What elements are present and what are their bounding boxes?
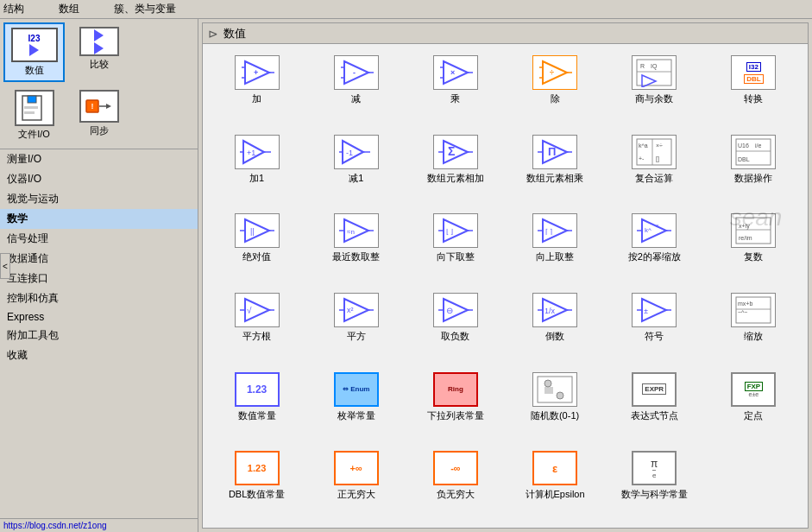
palette-item-quotrem[interactable]: R IQ 商与余数 xyxy=(607,51,702,125)
palette-item-scale[interactable]: mx+b ~^~ 缩放 xyxy=(707,288,801,363)
floor-icon: ⌊ ⌋ xyxy=(433,213,478,248)
sidebar-item-instrument-io[interactable]: 仪器I/O xyxy=(0,169,198,189)
palette-item-compound[interactable]: k^a ×÷ +- [] 复合运算 xyxy=(607,130,702,205)
svg-text:+1: +1 xyxy=(247,149,255,157)
posinf-icon: +∞ xyxy=(334,451,379,485)
sidebar-item-signal[interactable]: 信号处理 xyxy=(0,229,198,249)
svg-text:×÷: ×÷ xyxy=(656,142,663,149)
abs-icon: || xyxy=(235,213,280,248)
url-bar: https://blog.csdn.net/z1ong xyxy=(0,518,198,532)
ceil-icon: ⌈ ⌉ xyxy=(532,213,577,248)
palette-item-sqrt[interactable]: √ 平方根 xyxy=(210,288,304,363)
svg-text:||: || xyxy=(250,227,255,236)
recip-icon: 1/x xyxy=(532,293,577,327)
div-label: 除 xyxy=(551,92,560,105)
palette-item-data-manip[interactable]: U16 i/e DBL 数据操作 xyxy=(707,130,801,205)
palette-item-dec[interactable]: -1 减1 xyxy=(309,130,403,205)
neg-icon: ⊖ xyxy=(433,293,478,327)
svg-text:-: - xyxy=(353,68,356,77)
sidebar-item-favorites[interactable]: 收藏 xyxy=(0,345,198,365)
div-icon: ÷ xyxy=(532,55,577,90)
svg-marker-60 xyxy=(245,219,269,242)
round-icon: ≈n xyxy=(334,213,379,248)
palette-item-recip[interactable]: 1/x 倒数 xyxy=(507,288,601,363)
square-label: 平方 xyxy=(347,330,366,343)
palette-item-sign[interactable]: ± 符号 xyxy=(607,288,702,363)
fileio-icon-box xyxy=(15,90,54,126)
palette-item-array-add[interactable]: Σ 数组元素相加 xyxy=(408,130,502,205)
svg-text:~^~: ~^~ xyxy=(738,309,747,315)
palette-item-expr[interactable]: EXPR 表达式节点 xyxy=(607,368,702,442)
icon-cell-sync[interactable]: ! 同步 xyxy=(68,86,129,145)
palette-item-complex[interactable]: x+iy re/im 复数 xyxy=(707,209,801,283)
top-bar-class[interactable]: 簇、类与变量 xyxy=(114,2,176,16)
palette-item-ceil[interactable]: ⌈ ⌉ 向上取整 xyxy=(507,209,601,283)
sidebar-item-math[interactable]: 数学 xyxy=(0,209,198,229)
icon-cell-numeric[interactable]: I23 数值 xyxy=(3,22,65,82)
svg-text:+-: +- xyxy=(639,155,645,162)
palette-item-sub[interactable]: - 减 xyxy=(309,51,403,125)
palette-item-scale2[interactable]: k^ e 按2的幂缩放 xyxy=(607,209,702,283)
svg-text:x+iy: x+iy xyxy=(739,223,750,230)
palette-item-random[interactable]: 随机数(0-1) xyxy=(507,368,601,442)
main-content: I23 数值 xyxy=(0,19,812,532)
top-bar-array[interactable]: 数组 xyxy=(59,2,79,16)
posinf-label: 正无穷大 xyxy=(337,488,375,501)
compound-label: 复合运算 xyxy=(635,172,673,185)
svg-rect-2 xyxy=(24,106,38,109)
palette-item-fixedpoint[interactable]: FXP e±e 定点 xyxy=(707,368,801,442)
sidebar-item-data-comm[interactable]: 数据通信 xyxy=(0,249,198,269)
icon-cell-compare[interactable]: 比较 xyxy=(68,22,129,82)
sidebar-item-vision-motion[interactable]: 视觉与运动 xyxy=(0,189,198,209)
palette-item-square[interactable]: x² 平方 xyxy=(309,288,403,363)
palette-item-neg[interactable]: ⊖ 取负数 xyxy=(408,288,502,363)
palette-item-numconst[interactable]: 1.23 数值常量 xyxy=(210,368,304,442)
array-mul-icon: Π xyxy=(532,135,577,169)
svg-text:Σ: Σ xyxy=(448,144,455,158)
sidebar-item-express[interactable]: Express xyxy=(0,308,198,326)
palette-item-round[interactable]: ≈n 最近数取整 xyxy=(309,209,403,283)
svg-text:⌈ ⌉: ⌈ ⌉ xyxy=(545,228,552,236)
sidebar-list: 测量I/O 仪器I/O 视觉与运动 数学 信号处理 数据通信 互连接口 控制和仿… xyxy=(0,149,198,518)
sqrt-icon: √ xyxy=(235,293,280,327)
inc-icon: +1 xyxy=(235,135,280,169)
quotrem-label: 商与余数 xyxy=(635,92,673,105)
pin-icon[interactable]: ⊳ xyxy=(208,27,218,41)
quotrem-icon: R IQ xyxy=(632,55,677,90)
svg-text:-1: -1 xyxy=(346,149,353,157)
svg-text:≈n: ≈n xyxy=(347,228,355,236)
palette-item-enumconst[interactable]: ⇔ Enum 枚举常量 xyxy=(309,368,403,442)
inc-label: 加1 xyxy=(249,172,264,185)
palette-item-convert[interactable]: I32 DBL 转换 xyxy=(707,51,801,125)
sidebar-item-control-sim[interactable]: 控制和仿真 xyxy=(0,288,198,308)
palette-item-dblconst[interactable]: 1.23 DBL数值常量 xyxy=(210,446,304,521)
palette-item-posinf[interactable]: +∞ 正无穷大 xyxy=(309,446,403,521)
mul-icon: × xyxy=(433,55,478,90)
palette-item-div[interactable]: ÷ 除 xyxy=(507,51,601,125)
palette-item-add[interactable]: + 加 xyxy=(210,51,304,125)
palette-item-neginf[interactable]: -∞ 负无穷大 xyxy=(408,446,502,521)
palette-item-ringconst[interactable]: Ring 下拉列表常量 xyxy=(408,368,502,442)
data-manip-label: 数据操作 xyxy=(734,172,772,185)
palette-item-epsilon[interactable]: ε 计算机Epsilon xyxy=(507,446,601,521)
palette-item-mul[interactable]: × 乘 xyxy=(408,51,502,125)
icon-cell-fileio[interactable]: 文件I/O xyxy=(3,86,65,145)
sidebar-item-measure-io[interactable]: 测量I/O xyxy=(0,149,198,169)
svg-text:Π: Π xyxy=(548,145,556,158)
palette-item-inc[interactable]: +1 加1 xyxy=(210,130,304,205)
palette-title: 数值 xyxy=(223,26,246,41)
collapse-button[interactable]: < xyxy=(0,253,10,279)
palette-item-abs[interactable]: || 绝对值 xyxy=(210,209,304,283)
sidebar-item-interconnect[interactable]: 互连接口 xyxy=(0,269,198,288)
palette-item-array-mul[interactable]: Π 数组元素相乘 xyxy=(507,130,601,205)
fixedpoint-label: 定点 xyxy=(744,409,763,422)
fileio-label: 文件I/O xyxy=(18,128,50,141)
numeric-palette: sean ⊳ 数值 + 加 xyxy=(202,22,809,529)
palette-item-mathconst[interactable]: π e 数学与科学常量 xyxy=(607,446,702,521)
palette-item-floor[interactable]: ⌊ ⌋ 向下取整 xyxy=(408,209,502,283)
ceil-label: 向上取整 xyxy=(536,250,574,263)
svg-text:⊖: ⊖ xyxy=(446,306,453,315)
sidebar-item-addon[interactable]: 附加工具包 xyxy=(0,326,198,345)
top-bar-struct[interactable]: 结构 xyxy=(3,2,24,16)
svg-text:k^: k^ xyxy=(645,226,651,234)
